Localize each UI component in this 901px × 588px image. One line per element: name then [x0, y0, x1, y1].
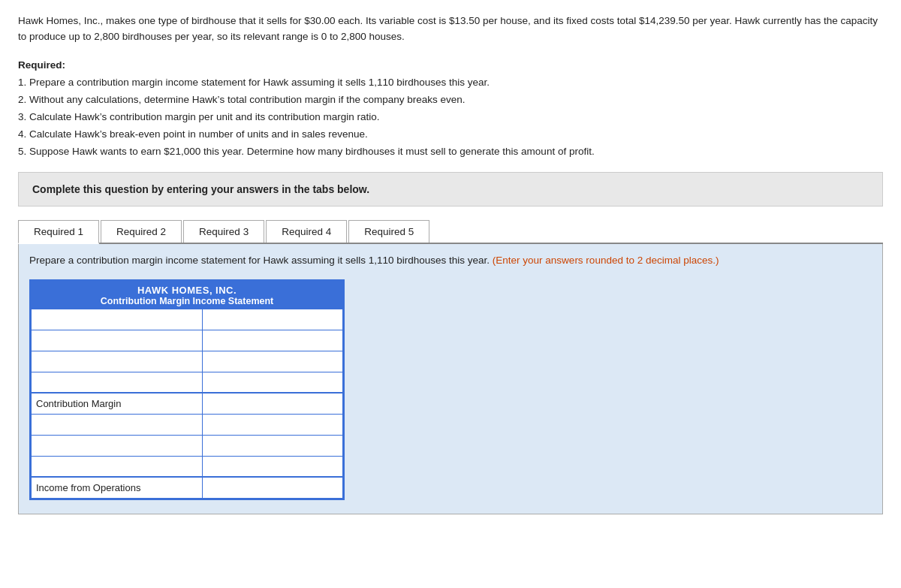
row3-label: [32, 351, 203, 372]
row1-value: [203, 309, 343, 330]
required-item-3: 3. Calculate Hawk’s contribution margin …: [18, 109, 883, 126]
row8-label: [32, 456, 203, 477]
statement-header: HAWK HOMES, INC. Contribution Margin Inc…: [31, 281, 343, 309]
required-item-2: 2. Without any calculations, determine H…: [18, 92, 883, 109]
row1-value-input[interactable]: [207, 311, 338, 328]
row6-label: [32, 414, 203, 435]
required-section: Required: 1. Prepare a contribution marg…: [18, 57, 883, 161]
table-row: [32, 351, 343, 372]
income-statement-container: HAWK HOMES, INC. Contribution Margin Inc…: [29, 279, 345, 500]
complete-box: Complete this question by entering your …: [18, 172, 883, 207]
row7-value: [203, 435, 343, 456]
tab-content-area: Prepare a contribution margin income sta…: [18, 244, 883, 514]
row2-label-input[interactable]: [36, 332, 197, 349]
table-row: [32, 414, 343, 435]
row1-label-input[interactable]: [36, 311, 197, 328]
table-row: [32, 309, 343, 330]
row6-value: [203, 414, 343, 435]
tab-required-5[interactable]: Required 5: [348, 220, 429, 243]
contribution-margin-row: Contribution Margin: [32, 393, 343, 414]
instruction-main: Prepare a contribution margin income sta…: [29, 255, 490, 266]
tab-required-4[interactable]: Required 4: [266, 220, 347, 243]
table-row: [32, 330, 343, 351]
row7-value-input[interactable]: [207, 437, 338, 454]
contribution-margin-label: Contribution Margin: [32, 393, 203, 414]
row4-value: [203, 372, 343, 393]
income-from-operations-input[interactable]: [207, 479, 338, 496]
table-row: [32, 372, 343, 393]
table-row: [32, 435, 343, 456]
income-from-operations-value: [203, 477, 343, 498]
statement-title: Contribution Margin Income Statement: [31, 296, 343, 306]
tab-instruction: Prepare a contribution margin income sta…: [29, 253, 872, 268]
contribution-margin-value: [203, 393, 343, 414]
contribution-margin-input[interactable]: [207, 395, 338, 412]
instruction-orange: (Enter your answers rounded to 2 decimal…: [493, 255, 719, 266]
tab-required-3[interactable]: Required 3: [183, 220, 264, 243]
statement-table: Contribution Margin: [31, 309, 343, 499]
required-item-4: 4. Calculate Hawk’s break-even point in …: [18, 126, 883, 143]
row8-label-input[interactable]: [36, 458, 197, 475]
required-label: Required:: [18, 59, 65, 71]
row1-label: [32, 309, 203, 330]
row8-value: [203, 456, 343, 477]
required-item-5: 5. Suppose Hawk wants to earn $21,000 th…: [18, 143, 883, 161]
tab-required-2[interactable]: Required 2: [101, 220, 182, 243]
row2-value-input[interactable]: [207, 332, 338, 349]
tabs-row: Required 1 Required 2 Required 3 Require…: [18, 220, 883, 244]
row2-label: [32, 330, 203, 351]
row3-value-input[interactable]: [207, 353, 338, 370]
row7-label: [32, 435, 203, 456]
intro-text: Hawk Homes, Inc., makes one type of bird…: [18, 14, 883, 45]
row3-value: [203, 351, 343, 372]
table-row: [32, 456, 343, 477]
row4-label: [32, 372, 203, 393]
row4-label-input[interactable]: [36, 374, 197, 391]
row7-label-input[interactable]: [36, 437, 197, 454]
tab-required-1[interactable]: Required 1: [18, 220, 99, 244]
row8-value-input[interactable]: [207, 458, 338, 475]
required-item-1: 1. Prepare a contribution margin income …: [18, 74, 883, 92]
income-from-operations-row: Income from Operations: [32, 477, 343, 498]
row3-label-input[interactable]: [36, 353, 197, 370]
row6-label-input[interactable]: [36, 416, 197, 433]
row6-value-input[interactable]: [207, 416, 338, 433]
income-from-operations-label: Income from Operations: [32, 477, 203, 498]
row4-value-input[interactable]: [207, 374, 338, 391]
company-name: HAWK HOMES, INC.: [31, 285, 343, 296]
row2-value: [203, 330, 343, 351]
